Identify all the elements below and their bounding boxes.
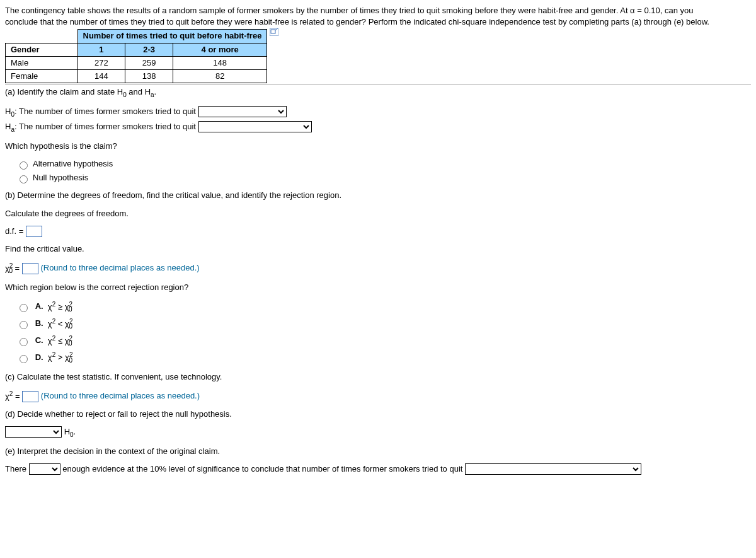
find-critical: Find the critical value. (5, 243, 751, 255)
ha-dropdown[interactable] (198, 121, 312, 132)
cell-male-3: 148 (173, 56, 267, 69)
radio-option-b[interactable] (20, 321, 28, 329)
gender-header: Gender (6, 43, 78, 56)
col-2: 2-3 (125, 43, 173, 56)
radio-alt-hyp[interactable] (20, 161, 28, 170)
calc-df: Calculate the degrees of freedom. (5, 208, 751, 219)
alt-hyp-label: Alternative hypothesis (33, 159, 113, 168)
chi0-input[interactable] (22, 263, 38, 274)
opt-d-expr: 2 > 20 (48, 352, 72, 362)
part-d-prompt: (d) Decide whether to reject or fail to … (5, 409, 751, 420)
opt-a-expr: 2 20 (48, 302, 72, 311)
region-prompt: Which region below is the correct reject… (5, 282, 751, 293)
decision-dropdown[interactable] (5, 426, 62, 438)
svg-rect-1 (271, 30, 275, 33)
there-label: There (5, 464, 26, 474)
row-male-label: Male (6, 56, 78, 69)
round-hint-2: (Round to three decimal places as needed… (41, 392, 200, 401)
popup-icon[interactable] (270, 28, 278, 39)
df-input[interactable] (26, 226, 42, 237)
round-hint-1: (Round to three decimal places as needed… (40, 264, 199, 273)
chi2-input[interactable] (22, 391, 38, 402)
h0-dropdown[interactable] (198, 106, 287, 117)
null-hyp-label: Null hypothesis (33, 173, 88, 182)
part-a-prompt: (a) Identify the claim and state H0 and … (5, 86, 751, 100)
evidence-text: enough evidence at the 10% level of sign… (62, 464, 462, 474)
table-title: Number of times tried to quit before hab… (77, 30, 267, 43)
row-female-label: Female (6, 69, 78, 83)
cell-female-2: 138 (125, 69, 173, 83)
chi2-label: 2 = (5, 392, 20, 401)
part-c-prompt: (c) Calculate the test statistic. If con… (5, 371, 751, 383)
radio-option-a[interactable] (20, 304, 28, 312)
cell-female-3: 82 (173, 69, 267, 83)
h0-decision: H0. (64, 427, 76, 436)
which-claim: Which hypothesis is the claim? (5, 141, 751, 152)
col-1: 1 (77, 43, 125, 56)
intro-line-2: conclude that the number of times they t… (5, 16, 751, 28)
evidence-dropdown-2[interactable] (465, 463, 641, 475)
cell-male-2: 259 (125, 56, 173, 69)
radio-null-hyp[interactable] (20, 175, 28, 183)
evidence-dropdown-1[interactable] (29, 463, 60, 475)
part-e-prompt: (e) Interpret the decision in the contex… (5, 446, 751, 457)
opt-a-label: A. (35, 302, 43, 311)
h0-label: H0: The number of times former smokers t… (5, 107, 196, 116)
radio-option-c[interactable] (20, 338, 28, 346)
opt-c-label: C. (35, 336, 43, 346)
radio-option-d[interactable] (20, 355, 28, 363)
opt-d-label: D. (35, 352, 43, 362)
opt-c-expr: 2 20 (48, 336, 72, 346)
opt-b-label: B. (35, 319, 43, 328)
cell-male-1: 272 (77, 56, 125, 69)
df-label: d.f. = (5, 226, 23, 236)
ha-label: Ha: The number of times former smokers t… (5, 122, 196, 131)
cell-female-1: 144 (77, 69, 125, 83)
chi0-label: 20 = (5, 264, 20, 273)
contingency-table: Number of times tried to quit before hab… (5, 29, 267, 83)
opt-b-expr: 2 < 20 (48, 319, 72, 328)
intro-line-1: The contingency table shows the results … (5, 5, 751, 16)
part-b-prompt: (b) Determine the degrees of freedom, fi… (5, 190, 751, 201)
col-3: 4 or more (173, 43, 267, 56)
